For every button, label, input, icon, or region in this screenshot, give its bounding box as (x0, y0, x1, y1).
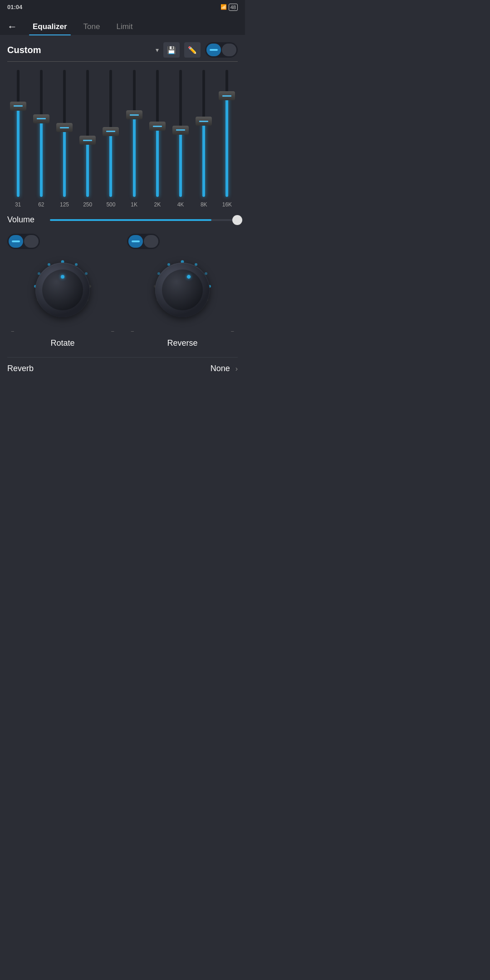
rotate-knob-indicator (61, 275, 64, 279)
save-preset-button[interactable]: 💾 (163, 42, 180, 58)
band-label-250: 250 (77, 201, 98, 208)
reverse-knob-body[interactable] (155, 263, 210, 317)
toggle-indicator (210, 49, 218, 51)
band-label-1K: 1K (123, 201, 145, 208)
volume-label: Volume (7, 215, 44, 225)
reverse-knob-indicator (186, 274, 191, 279)
reverse-knob-inner (162, 270, 203, 310)
tab-limit[interactable]: Limit (108, 19, 141, 35)
volume-knob[interactable] (232, 215, 242, 225)
battery-icon: 48 (229, 5, 238, 10)
eq-band-31 (7, 70, 29, 197)
rotate-knob-inner (42, 270, 83, 310)
slider-handle-4K[interactable] (172, 126, 189, 135)
eq-enable-toggle[interactable] (205, 42, 238, 58)
status-icons: 📶 48 (220, 4, 238, 10)
reverb-title: Reverb (7, 364, 34, 373)
slider-handle-125[interactable] (56, 123, 73, 132)
band-labels: 31621252505001K2K4K8K16K (7, 201, 238, 208)
band-label-16K: 16K (216, 201, 238, 208)
rotate-knob-body[interactable] (35, 263, 90, 317)
eq-band-62 (30, 70, 52, 197)
volume-slider[interactable] (50, 219, 238, 221)
status-time: 01:04 (7, 4, 22, 10)
slider-handle-1K[interactable] (126, 110, 142, 119)
reverse-knob-container (146, 254, 219, 326)
reverb-value: None (211, 364, 230, 373)
band-label-31: 31 (7, 201, 29, 208)
save-icon: 💾 (167, 46, 176, 54)
reverb-right: None › (122, 364, 238, 373)
status-bar: 01:04 📶 48 (0, 0, 245, 14)
eq-sliders (7, 70, 238, 197)
volume-row: Volume (7, 215, 238, 225)
main-content: Custom ▾ 💾 ✏️ 31621252505001K2K4K8K16K V… (0, 35, 245, 387)
reverse-effect: − − Reverse (127, 234, 238, 348)
slider-track-31[interactable] (17, 70, 20, 197)
slider-handle-500[interactable] (103, 127, 119, 136)
eq-band-500 (100, 70, 122, 197)
eq-band-125 (54, 70, 75, 197)
slider-track-16K[interactable] (225, 70, 228, 197)
reverse-toggle-on (128, 235, 143, 248)
toggle-on-knob (206, 44, 221, 56)
back-button[interactable]: ← (7, 21, 17, 33)
slider-track-8K[interactable] (202, 70, 205, 197)
rotate-toggle-on (9, 235, 23, 248)
edit-preset-button[interactable]: ✏️ (184, 42, 201, 58)
edit-icon: ✏️ (188, 46, 197, 54)
slider-handle-62[interactable] (33, 114, 49, 123)
reverb-left: Reverb (7, 364, 122, 373)
slider-track-4K[interactable] (179, 70, 182, 197)
preset-name[interactable]: Custom (7, 45, 151, 55)
eq-band-2K (147, 70, 168, 197)
rotate-label: Rotate (50, 338, 74, 348)
eq-band-8K (193, 70, 215, 197)
reverse-toggle[interactable] (127, 234, 160, 249)
slider-handle-250[interactable] (79, 136, 96, 145)
rotate-side-labels: − − (7, 328, 118, 335)
band-label-2K: 2K (147, 201, 168, 208)
band-label-4K: 4K (170, 201, 191, 208)
rotate-toggle[interactable] (7, 234, 40, 249)
reverb-row[interactable]: Reverb None › (7, 357, 238, 380)
eq-band-4K (170, 70, 191, 197)
eq-band-16K (216, 70, 238, 197)
effects-row: − − Rotate (7, 234, 238, 348)
reverse-label: Reverse (167, 338, 197, 348)
slider-track-500[interactable] (109, 70, 112, 197)
band-label-125: 125 (54, 201, 75, 208)
preset-dropdown-arrow[interactable]: ▾ (156, 46, 159, 54)
reverse-toggle-off (144, 235, 158, 248)
rotate-effect: − − Rotate (7, 234, 118, 348)
slider-handle-8K[interactable] (196, 117, 212, 126)
reverse-side-labels: − − (127, 328, 238, 335)
slider-handle-2K[interactable] (149, 122, 166, 131)
band-label-500: 500 (100, 201, 122, 208)
slider-track-125[interactable] (63, 70, 66, 197)
slider-track-2K[interactable] (156, 70, 159, 197)
rotate-toggle-off (24, 235, 39, 248)
rotate-knob-container (26, 254, 99, 326)
slider-track-250[interactable] (86, 70, 89, 197)
volume-fill (50, 219, 211, 221)
slider-handle-16K[interactable] (219, 91, 235, 100)
signal-icon: 📶 (220, 4, 227, 10)
toggle-off-side (222, 44, 236, 56)
band-label-8K: 8K (193, 201, 215, 208)
slider-track-1K[interactable] (133, 70, 136, 197)
slider-handle-31[interactable] (10, 102, 26, 111)
slider-track-62[interactable] (40, 70, 43, 197)
band-label-62: 62 (30, 201, 52, 208)
reverb-chevron-icon: › (235, 365, 238, 373)
nav-tabs: ← Equalizer Tone Limit (0, 14, 245, 35)
eq-band-1K (123, 70, 145, 197)
eq-band-250 (77, 70, 98, 197)
tab-equalizer[interactable]: Equalizer (24, 19, 75, 35)
preset-row: Custom ▾ 💾 ✏️ (7, 42, 238, 62)
tab-tone[interactable]: Tone (75, 19, 108, 35)
